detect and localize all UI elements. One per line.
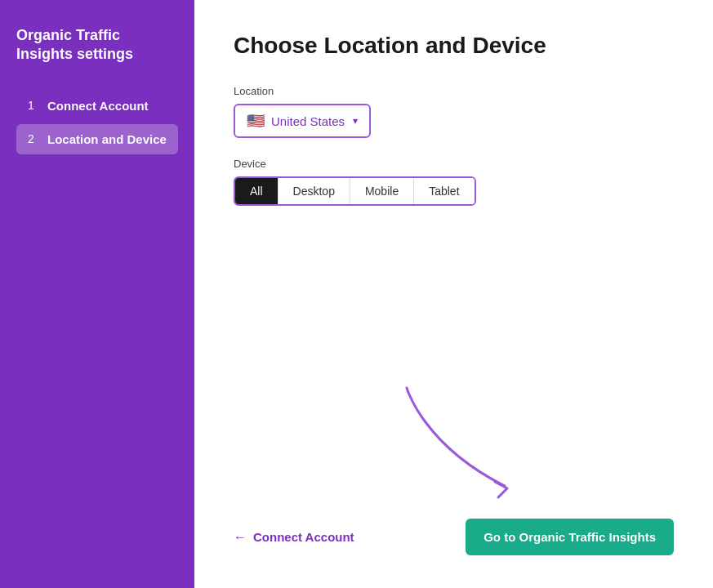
- device-btn-tablet[interactable]: Tablet: [414, 178, 474, 204]
- bottom-actions: ← Connect Account Go to Organic Traffic …: [234, 486, 674, 555]
- device-label: Device: [234, 158, 674, 170]
- step-number-2: 2: [28, 132, 39, 145]
- sidebar-item-label-location: Location and Device: [47, 132, 167, 146]
- flag-icon: 🇺🇸: [247, 112, 265, 130]
- arrow-left-icon: ←: [234, 530, 247, 545]
- step-number-1: 1: [28, 99, 39, 112]
- chevron-down-icon: ▾: [353, 115, 358, 127]
- back-link[interactable]: ← Connect Account: [234, 530, 354, 545]
- page-title: Choose Location and Device: [234, 33, 674, 59]
- sidebar-item-label-connect: Connect Account: [47, 99, 149, 113]
- device-btn-all[interactable]: All: [235, 178, 279, 204]
- device-button-group: All Desktop Mobile Tablet: [234, 176, 476, 206]
- device-btn-desktop[interactable]: Desktop: [279, 178, 350, 204]
- location-dropdown[interactable]: 🇺🇸 United States ▾: [234, 104, 371, 138]
- go-button[interactable]: Go to Organic Traffic Insights: [466, 519, 674, 555]
- device-btn-mobile[interactable]: Mobile: [350, 178, 414, 204]
- device-section: Device All Desktop Mobile Tablet: [234, 158, 674, 206]
- sidebar-item-location-device[interactable]: 2 Location and Device: [16, 124, 178, 154]
- sidebar-item-connect-account[interactable]: 1 Connect Account: [16, 91, 178, 121]
- sidebar: Organic Traffic Insights settings 1 Conn…: [0, 0, 194, 588]
- sidebar-nav: 1 Connect Account 2 Location and Device: [16, 91, 178, 154]
- location-section: Location 🇺🇸 United States ▾: [234, 85, 674, 158]
- back-link-label: Connect Account: [253, 530, 354, 544]
- main-content: Choose Location and Device Location 🇺🇸 U…: [194, 0, 713, 588]
- sidebar-title: Organic Traffic Insights settings: [16, 26, 178, 65]
- location-label: Location: [234, 85, 674, 97]
- location-value: United States: [271, 114, 345, 128]
